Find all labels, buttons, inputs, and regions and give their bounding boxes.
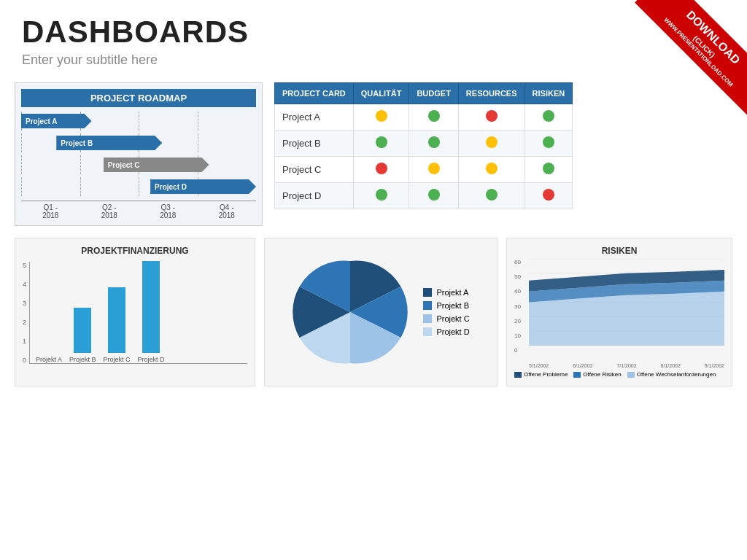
row-name-a: Project A: [275, 104, 354, 131]
col-header-resources: RESOURCES: [458, 83, 525, 104]
pie-legend: Projekt A Projekt B Projekt C Projekt D: [423, 288, 469, 336]
risiken-color-wechsel: [627, 372, 635, 378]
risiken-color-risiken: [573, 372, 581, 378]
bar-label-b: Projekt B: [69, 356, 96, 363]
cell-a-budget: [409, 104, 458, 131]
gantt-row-d: Project D: [21, 177, 256, 196]
ry-60: 60: [514, 259, 529, 265]
gantt-row-c: Project C: [21, 155, 256, 174]
cell-c-resources: [458, 157, 525, 183]
bar-chart-title: PROJEKTFINANZIERUNG: [23, 246, 247, 256]
y-label-0: 0: [23, 357, 26, 364]
risiken-chart: 0 10 20 30 40 50 60: [514, 259, 724, 368]
legend-color-c: [423, 314, 432, 323]
pie-chart-section: Projekt A Projekt B Projekt C Projekt D: [264, 238, 498, 386]
gantt-row-a: Project A: [21, 112, 256, 131]
ry-20: 20: [514, 318, 529, 324]
cell-b-qualitat: [353, 131, 409, 157]
bar-label-d: Projekt D: [138, 356, 165, 363]
bar-label-c: Projekt C: [104, 356, 131, 363]
legend-label-c: Projekt C: [436, 314, 469, 323]
legend-label-b: Projekt B: [436, 301, 469, 310]
y-label-3: 3: [23, 300, 26, 307]
legend-color-b: [423, 301, 432, 310]
bar-project-d: Project D: [150, 179, 256, 194]
gantt-bar-area-c: Project C: [21, 155, 256, 174]
rx-2: 6/1/2002: [573, 363, 592, 368]
gantt-bar-area-b: Project B: [21, 133, 256, 152]
y-label-4: 4: [23, 281, 26, 288]
quarter-q2: Q2 -2018: [80, 201, 139, 219]
table-row: Project A: [275, 104, 573, 131]
gantt-chart: Project A Project B: [21, 112, 256, 219]
y-label-2: 2: [23, 319, 26, 326]
bar-label-a: Projekt A: [36, 356, 62, 363]
legend-color-d: [423, 327, 432, 336]
cell-a-risiken: [525, 104, 573, 131]
roadmap-section: PROJECT ROADMAP Project A: [15, 82, 263, 226]
col-header-name: PROJECT CARD: [275, 83, 354, 104]
cell-b-resources: [458, 131, 525, 157]
cell-d-resources: [458, 183, 525, 209]
table-header-row: PROJECT CARD QUALITÄT BUDGET RESOURCES R…: [275, 83, 573, 104]
risiken-legend: Offene Probleme Offene Risiken Offene We…: [514, 371, 724, 378]
bottom-row: PROJEKTFINANZIERUNG 0 1 2 3 4 5 Projekt …: [15, 238, 732, 386]
col-header-risiken: RISIKEN: [525, 83, 573, 104]
row-name-b: Project B: [275, 131, 354, 157]
y-label-1: 1: [23, 338, 26, 345]
ry-0: 0: [514, 347, 529, 354]
cell-d-qualitat: [353, 183, 409, 209]
cell-d-risiken: [525, 183, 573, 209]
bar-project-c: Project C: [104, 158, 209, 172]
legend-item-b: Projekt B: [423, 301, 469, 310]
risiken-label-probleme: Offene Probleme: [524, 371, 568, 378]
ry-50: 50: [514, 273, 529, 280]
cell-a-resources: [458, 104, 525, 131]
ribbon-text: DOWNLOAD (CLICK) WWW.PRESENTATIONLOAD.CO…: [635, 0, 747, 116]
legend-item-a: Projekt A: [423, 288, 469, 297]
legend-label-a: Projekt A: [436, 288, 468, 297]
bar-group-a: Projekt A: [36, 353, 62, 363]
risiken-color-probleme: [514, 372, 522, 378]
ry-10: 10: [514, 332, 529, 339]
cell-c-risiken: [525, 157, 573, 183]
project-card-table: PROJECT CARD QUALITÄT BUDGET RESOURCES R…: [274, 82, 573, 209]
cell-b-budget: [409, 131, 458, 157]
ry-40: 40: [514, 288, 529, 295]
table-row: Project D: [275, 183, 573, 209]
legend-item-d: Projekt D: [423, 327, 469, 336]
cell-b-risiken: [525, 131, 573, 157]
gantt-row-b: Project B: [21, 133, 256, 152]
risiken-label-risiken: Offene Risiken: [583, 371, 621, 378]
rx-5: 9/1/2002: [705, 363, 724, 368]
rx-4: 8/1/2002: [661, 363, 681, 368]
roadmap-title: PROJECT ROADMAP: [21, 89, 256, 107]
quarter-q1: Q1 -2018: [21, 201, 80, 219]
row-name-c: Project C: [275, 157, 354, 183]
gantt-bar-area-a: Project A: [21, 112, 256, 131]
risiken-section: RISIKEN 0 10 20 30 40 50 60: [506, 238, 732, 386]
risiken-x-labels: 5/1/2002 6/1/2002 7/1/2002 8/1/2002 9/1/…: [529, 363, 724, 368]
gantt-rows: Project A Project B: [21, 112, 256, 196]
bar-rect-d: [142, 261, 160, 353]
risiken-legend-risiken: Offene Risiken: [573, 371, 621, 378]
quarter-q3: Q3 -2018: [139, 201, 198, 219]
y-label-5: 5: [23, 262, 26, 269]
ry-30: 30: [514, 303, 529, 310]
rx-1: 5/1/2002: [529, 363, 549, 368]
risiken-legend-probleme: Offene Probleme: [514, 371, 568, 378]
bar-group-b: Projekt B: [69, 308, 96, 363]
risiken-y-labels: 0 10 20 30 40 50 60: [514, 259, 529, 354]
risiken-legend-wechsel: Offene Wechselanforderungen: [627, 371, 716, 378]
legend-color-a: [423, 288, 432, 297]
col-header-budget: BUDGET: [409, 83, 458, 104]
row-name-d: Project D: [275, 183, 354, 209]
bar-project-b: Project B: [56, 136, 162, 150]
bar-rect-c: [108, 287, 125, 353]
col-header-qualitat: QUALITÄT: [353, 83, 409, 104]
bar-rect-b: [74, 308, 91, 353]
bar-project-a: Project A: [21, 114, 92, 128]
rx-3: 7/1/2002: [616, 363, 636, 368]
table-row: Project B: [275, 131, 573, 157]
pie-chart-svg: [292, 254, 409, 370]
